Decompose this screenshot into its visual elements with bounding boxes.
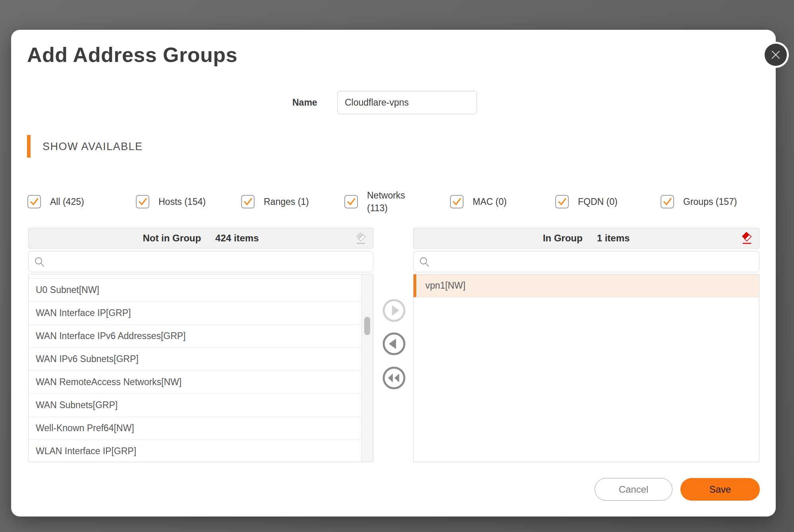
section-accent-bar <box>27 135 31 158</box>
filter-checkbox-item[interactable]: Ranges (1) <box>241 195 309 208</box>
checkbox-checked-icon[interactable] <box>241 195 255 208</box>
filter-checkbox-item[interactable]: MAC (0) <box>450 195 507 208</box>
checkbox-checked-icon[interactable] <box>661 195 674 208</box>
checkbox-checked-icon[interactable] <box>344 195 358 208</box>
name-input[interactable] <box>337 91 477 114</box>
not-in-group-search-input[interactable] <box>28 251 373 272</box>
checkbox-checked-icon[interactable] <box>136 195 149 208</box>
cancel-button[interactable]: Cancel <box>595 478 672 501</box>
filter-checkbox-item[interactable]: FQDN (0) <box>555 195 618 208</box>
filter-label: FQDN (0) <box>578 195 618 208</box>
in-group-panel: In Group 1 items <box>413 228 759 462</box>
scrollbar-track[interactable] <box>361 274 373 462</box>
not-in-group-header: Not in Group 424 items <box>28 228 373 249</box>
filter-checkbox-item[interactable]: Networks (113) <box>344 189 411 214</box>
in-group-search-input[interactable] <box>413 251 759 272</box>
list-item[interactable]: WAN Interface IP[GRP] <box>29 302 362 325</box>
section-title: SHOW AVAILABLE <box>43 141 143 153</box>
name-label: Name <box>292 97 332 108</box>
filter-checkbox-item[interactable]: All (425) <box>27 195 84 208</box>
filter-label: Ranges (1) <box>264 195 309 208</box>
filter-label: Groups (157) <box>683 195 737 208</box>
add-address-groups-dialog: Add Address Groups Name SHOW AVAILABLE A… <box>11 30 776 517</box>
list-item[interactable]: WLAN Interface IP[GRP] <box>29 440 362 462</box>
in-group-title: In Group <box>543 233 583 244</box>
eraser-icon <box>354 231 367 245</box>
list-item[interactable]: U0 Subnet[NW] <box>29 279 362 302</box>
filter-label: Hosts (154) <box>158 195 206 208</box>
list-item[interactable]: WAN Subnets[GRP] <box>29 394 362 417</box>
not-in-group-title: Not in Group <box>143 233 201 244</box>
clear-group-button[interactable] <box>740 231 753 245</box>
in-group-header: In Group 1 items <box>413 228 759 249</box>
double-arrow-left-circle-icon <box>381 365 407 391</box>
list-item[interactable]: WAN RemoteAccess Networks[NW] <box>29 371 362 394</box>
not-in-group-panel: Not in Group 424 items <box>28 228 373 462</box>
close-icon <box>765 44 787 66</box>
checkbox-checked-icon[interactable] <box>555 195 569 208</box>
eraser-red-icon <box>740 231 753 245</box>
list-item[interactable]: WAN IPv6 Subnets[GRP] <box>29 348 362 371</box>
in-group-list: vpn1[NW] <box>413 274 759 462</box>
list-item[interactable]: WAN Interface IPv6 Addresses[GRP] <box>29 325 362 348</box>
move-to-group-button[interactable] <box>381 298 407 323</box>
filter-checkbox-item[interactable]: Hosts (154) <box>136 195 206 208</box>
arrow-right-circle-icon <box>381 298 407 323</box>
page-title: Add Address Groups <box>27 43 238 67</box>
remove-from-group-button[interactable] <box>381 331 407 357</box>
filter-label: MAC (0) <box>473 195 507 208</box>
filter-checkbox-item[interactable]: Groups (157) <box>661 195 737 208</box>
clear-selection-button[interactable] <box>354 231 367 245</box>
checkbox-checked-icon[interactable] <box>27 195 41 208</box>
not-in-group-count: 424 items <box>215 233 259 244</box>
search-icon <box>34 256 45 269</box>
partial-row <box>29 274 362 279</box>
checkbox-checked-icon[interactable] <box>450 195 464 208</box>
not-in-group-list: U0 Subnet[NW]WAN Interface IP[GRP]WAN In… <box>28 274 373 462</box>
in-group-count: 1 items <box>597 233 630 244</box>
filter-label: All (425) <box>50 195 84 208</box>
list-item[interactable]: Well-Known Pref64[NW] <box>29 417 362 440</box>
save-button[interactable]: Save <box>680 478 760 501</box>
scrollbar-thumb[interactable] <box>364 317 370 335</box>
filter-label: Networks (113) <box>367 189 411 214</box>
list-item[interactable]: vpn1[NW] <box>413 274 759 297</box>
search-icon <box>419 256 430 269</box>
close-button[interactable] <box>763 42 789 68</box>
arrow-left-circle-icon <box>381 331 407 357</box>
remove-all-from-group-button[interactable] <box>381 365 407 391</box>
